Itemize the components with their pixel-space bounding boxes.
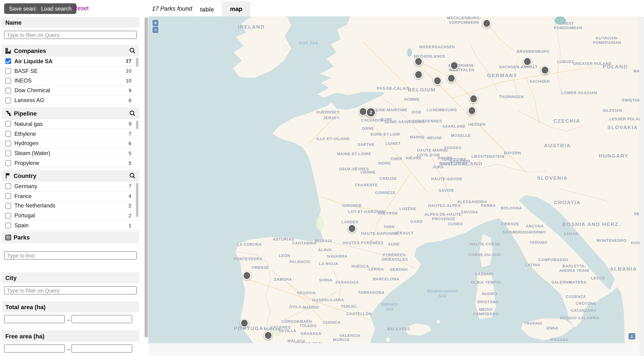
filter-checkbox[interactable] <box>6 131 11 137</box>
map-label: CASTELLÓN <box>346 312 372 316</box>
map-label: ILLE-ET-VILAINE <box>316 136 350 141</box>
right-scroll-strip <box>640 16 644 356</box>
filter-checkbox[interactable] <box>6 97 11 103</box>
map[interactable]: IRELANDIrish SeaNETHERLANDSBELGIUMGERMAN… <box>148 16 640 343</box>
filter-checkbox[interactable] <box>6 223 11 228</box>
search-icon[interactable] <box>129 110 136 117</box>
map-label: SAVONA <box>461 210 478 214</box>
map-label: ORENSE <box>252 265 269 270</box>
park-marker[interactable] <box>433 77 442 85</box>
search-icon[interactable] <box>129 47 136 54</box>
park-marker[interactable] <box>470 95 478 103</box>
filter-label: Dow Chemical <box>14 88 128 94</box>
filter-label: Lanxess AG <box>14 97 128 103</box>
map-label: GERONA <box>390 267 408 272</box>
parks-find-input[interactable] <box>4 251 137 260</box>
map-label: SORIA <box>319 278 332 282</box>
park-marker[interactable] <box>450 61 458 70</box>
reset-link[interactable]: Reset <box>73 5 88 11</box>
filter-checkbox[interactable] <box>6 150 11 156</box>
park-marker[interactable] <box>264 331 272 340</box>
map-label: LATINA <box>525 263 540 267</box>
filter-row[interactable]: Portugal2 <box>2 211 139 221</box>
park-cluster-marker[interactable]: 2 <box>366 108 376 117</box>
filter-row[interactable]: Air Liquide SA17 <box>2 56 139 66</box>
park-marker[interactable] <box>414 70 423 79</box>
country-list-scrollbar[interactable] <box>136 183 138 217</box>
country-filter-section: Country Germany7France4The Netherlands2P… <box>2 170 139 230</box>
park-marker[interactable] <box>243 271 251 280</box>
filter-checkbox[interactable] <box>6 78 11 84</box>
park-marker[interactable] <box>240 319 248 328</box>
filter-row[interactable]: Dow Chemical9 <box>2 86 139 96</box>
filter-checkbox[interactable] <box>6 121 11 127</box>
park-marker[interactable] <box>414 57 423 66</box>
map-label: KOSO <box>631 241 640 245</box>
tab-table[interactable]: table <box>192 1 221 17</box>
filter-row[interactable]: France4 <box>2 191 139 201</box>
filter-checkbox[interactable] <box>6 141 11 146</box>
zoom-in-button[interactable]: + <box>152 20 158 26</box>
city-filter-input[interactable] <box>4 286 137 295</box>
filter-label: France <box>14 193 128 199</box>
map-label: ALPES-DE-HAUTE- PROVENCE <box>424 212 463 221</box>
total-area-min-input[interactable] <box>4 315 65 323</box>
zoom-out-button[interactable]: − <box>152 27 158 33</box>
companies-list-scrollbar[interactable] <box>136 58 138 67</box>
load-search-button[interactable]: Load search <box>36 3 76 14</box>
pipeline-list-scrollbar[interactable] <box>136 121 138 129</box>
filter-label: Natural gas <box>14 121 128 127</box>
filter-checkbox[interactable] <box>6 193 11 199</box>
filter-row[interactable]: Spain1 <box>2 221 139 230</box>
park-marker[interactable] <box>348 224 356 233</box>
free-area-max-input[interactable] <box>72 345 132 353</box>
park-marker[interactable] <box>541 66 549 75</box>
map-label: FERMO <box>531 230 546 234</box>
filter-checkbox[interactable] <box>6 203 11 209</box>
filter-count: 17 <box>126 58 132 64</box>
map-label: CROTONE <box>576 301 596 306</box>
filter-row[interactable]: Germany7 <box>2 182 139 191</box>
range-arrow-icon: → <box>65 346 72 352</box>
filter-row[interactable]: Steam (Water)5 <box>2 149 139 158</box>
map-label: SAARLAND <box>442 124 466 129</box>
filter-row[interactable]: The Netherlands2 <box>2 201 139 211</box>
filter-row[interactable]: Natural gas9 <box>2 119 139 129</box>
filter-checkbox[interactable] <box>6 213 11 218</box>
map-label: BARCELONA <box>373 277 399 281</box>
filter-row[interactable]: INEOS10 <box>2 76 139 86</box>
map-label: ZARAGOZA <box>335 280 359 284</box>
map-label: TARN <box>384 224 394 229</box>
page-scrollbar-thumb[interactable] <box>145 17 148 338</box>
map-label: HÉRAULT <box>394 231 414 235</box>
park-marker[interactable] <box>482 19 491 28</box>
search-icon[interactable] <box>129 173 136 179</box>
map-label: LOT-ET-GARONNE <box>348 209 386 214</box>
filter-row[interactable]: Propylene5 <box>2 159 139 168</box>
park-marker[interactable] <box>468 106 476 115</box>
map-label: GARD <box>410 219 422 224</box>
page-scrollbar[interactable] <box>144 16 148 356</box>
filter-row[interactable]: BASF SE10 <box>2 66 139 76</box>
tab-map[interactable]: map <box>222 1 250 16</box>
name-filter-input[interactable] <box>4 31 137 39</box>
free-area-filter-section: Free area (ha) → <box>2 331 139 356</box>
total-area-max-input[interactable] <box>72 315 132 323</box>
map-info-button[interactable]: i <box>628 333 635 340</box>
map-label: MAINE-ET-LOIRE <box>337 152 371 156</box>
filter-row[interactable]: Ethylene7 <box>2 129 139 139</box>
filter-checkbox[interactable] <box>6 160 11 166</box>
park-marker[interactable] <box>447 74 456 83</box>
map-label: POLAND <box>603 64 628 70</box>
filter-checkbox[interactable] <box>6 183 11 189</box>
pipe-icon <box>6 110 12 117</box>
filter-checkbox[interactable] <box>6 58 11 64</box>
filter-row[interactable]: Hydrogen6 <box>2 139 139 149</box>
filter-checkbox[interactable] <box>6 88 11 93</box>
filter-checkbox[interactable] <box>6 68 11 74</box>
free-area-min-input[interactable] <box>4 345 65 353</box>
filter-row[interactable]: Lanxess AG8 <box>2 96 139 105</box>
map-label: SLOVENIA <box>537 175 568 181</box>
park-marker[interactable] <box>523 57 532 66</box>
map-label: CUNEO <box>448 222 463 226</box>
